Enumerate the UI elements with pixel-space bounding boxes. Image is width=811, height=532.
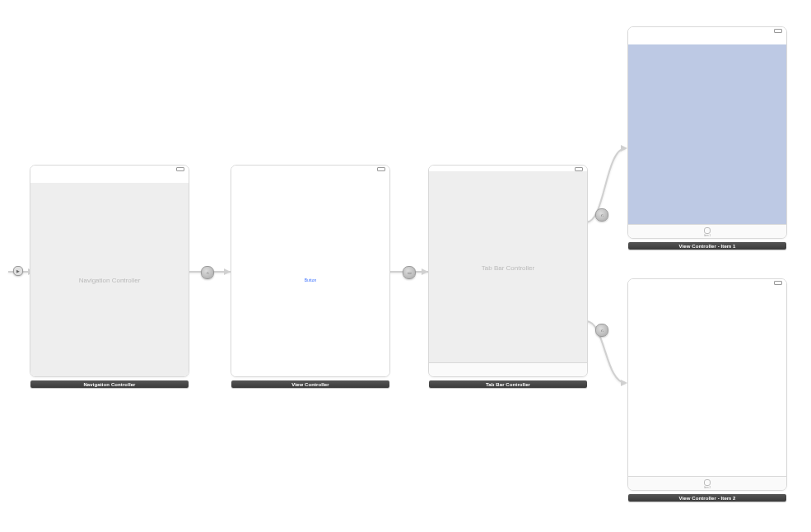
segue-present-modally[interactable]: ▭ bbox=[403, 266, 416, 279]
view-controller-body: Button bbox=[231, 183, 389, 376]
status-bar bbox=[30, 166, 189, 171]
relationship-icon: ⎌ bbox=[207, 271, 209, 275]
tab-bar-item[interactable]: Item 1 bbox=[697, 226, 717, 237]
svg-marker-3 bbox=[224, 268, 231, 275]
relationship-icon: ⎌ bbox=[601, 213, 604, 217]
scene-title-text: View Controller bbox=[291, 382, 329, 387]
segue-view-controllers-relation-2[interactable]: ⎌ bbox=[595, 324, 608, 337]
status-bar bbox=[628, 279, 786, 285]
scene-title-bar[interactable]: Tab Bar Controller bbox=[429, 380, 587, 388]
modal-icon: ▭ bbox=[408, 271, 412, 275]
scene-navigation-controller[interactable]: Navigation Controller Navigation Control… bbox=[30, 165, 189, 377]
scene-view-controller-item-1[interactable]: Item 1 View Controller - Item 1 bbox=[627, 26, 787, 239]
tab-bar[interactable]: Item 2 bbox=[628, 476, 786, 490]
initial-scene-indicator[interactable]: ▶ bbox=[13, 266, 23, 276]
tab-item-label: Item 2 bbox=[697, 486, 717, 489]
scene-title-text: Tab Bar Controller bbox=[486, 382, 530, 387]
placeholder-label: Tab Bar Controller bbox=[482, 264, 534, 271]
tab-bar[interactable]: Item 1 bbox=[628, 224, 786, 238]
navigation-bar[interactable] bbox=[628, 285, 786, 297]
scene-tab-bar-controller[interactable]: Tab Bar Controller Tab Bar Controller bbox=[428, 165, 588, 377]
storyboard-canvas[interactable]: { "scenes": { "nav": { "title": "Navigat… bbox=[0, 0, 811, 532]
arrow-icon: ▶ bbox=[16, 269, 20, 273]
tab-item-label: Item 1 bbox=[697, 234, 717, 237]
tab-bar[interactable] bbox=[429, 362, 587, 376]
svg-marker-5 bbox=[422, 268, 428, 275]
svg-marker-7 bbox=[621, 380, 627, 386]
tab-item-icon bbox=[704, 479, 711, 486]
item2-body bbox=[628, 296, 786, 477]
placeholder-label: Navigation Controller bbox=[79, 276, 141, 283]
scene-title-bar[interactable]: View Controller - Item 2 bbox=[628, 494, 786, 502]
scene-view-controller[interactable]: Button View Controller bbox=[231, 165, 390, 377]
status-bar bbox=[628, 27, 786, 33]
button[interactable]: Button bbox=[305, 278, 316, 282]
relationship-icon: ⎌ bbox=[601, 329, 604, 333]
status-bar bbox=[231, 166, 389, 171]
scene-title-bar[interactable]: View Controller bbox=[231, 380, 389, 388]
scene-title-bar[interactable]: View Controller - Item 1 bbox=[628, 242, 786, 250]
tab-bar-controller-device[interactable]: Tab Bar Controller bbox=[428, 165, 588, 377]
status-bar bbox=[429, 166, 587, 171]
navigation-controller-device[interactable]: Navigation Controller bbox=[30, 165, 189, 377]
tab-item-icon bbox=[704, 227, 711, 234]
segue-view-controllers-relation-1[interactable]: ⎌ bbox=[595, 208, 608, 222]
item1-device[interactable]: Item 1 bbox=[627, 26, 787, 239]
view-controller-device[interactable]: Button bbox=[231, 165, 390, 377]
segue-root-relationship[interactable]: ⎌ bbox=[201, 266, 214, 279]
tab-bar-item[interactable]: Item 2 bbox=[697, 478, 717, 489]
scene-title-bar[interactable]: Navigation Controller bbox=[30, 380, 189, 388]
navigation-controller-body: Navigation Controller bbox=[30, 183, 189, 376]
scene-title-text: View Controller - Item 2 bbox=[679, 496, 736, 501]
scene-title-text: Navigation Controller bbox=[83, 382, 135, 387]
item2-device[interactable]: Item 2 bbox=[627, 278, 787, 491]
navigation-bar[interactable] bbox=[30, 171, 189, 184]
navigation-bar[interactable] bbox=[231, 171, 389, 184]
scene-view-controller-item-2[interactable]: Item 2 View Controller - Item 2 bbox=[627, 278, 787, 491]
item1-body bbox=[628, 44, 786, 225]
tab-bar-controller-body: Tab Bar Controller bbox=[429, 171, 587, 363]
svg-marker-6 bbox=[621, 145, 627, 152]
scene-title-text: View Controller - Item 1 bbox=[679, 244, 736, 249]
navigation-bar[interactable] bbox=[628, 33, 786, 45]
